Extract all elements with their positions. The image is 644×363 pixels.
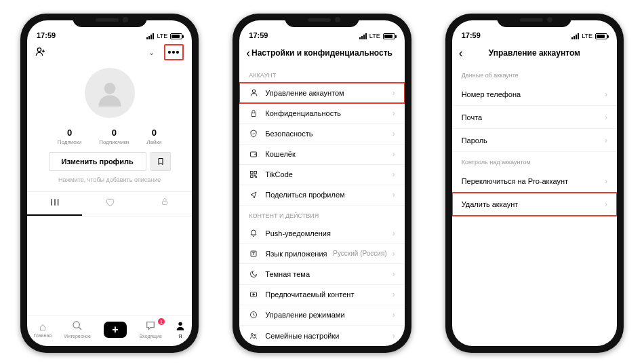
- signal-icon: [359, 33, 367, 39]
- settings-row[interactable]: Управление режимами ›: [239, 305, 404, 326]
- settings-row[interactable]: Предпочитаемый контент ›: [239, 285, 404, 305]
- bell-icon: [249, 229, 258, 237]
- page-title: Настройки и конфиденциальность: [251, 48, 393, 58]
- battery-icon: [595, 33, 607, 39]
- network-label: LTE: [369, 33, 380, 39]
- settings-row[interactable]: Семейные настройки ›: [239, 326, 404, 346]
- chevron-right-icon: ›: [393, 269, 395, 279]
- clock-icon: [249, 311, 258, 319]
- chevron-right-icon: ›: [393, 331, 395, 341]
- profile-tabs: [27, 191, 192, 216]
- settings-row[interactable]: TikCode ›: [239, 165, 404, 185]
- settings-row[interactable]: Переключиться на Pro-аккаунт ›: [452, 170, 617, 193]
- battery-icon: [383, 33, 395, 39]
- qr-icon: [249, 170, 258, 178]
- share-icon: [249, 191, 258, 199]
- settings-row[interactable]: Пароль ›: [452, 129, 617, 152]
- signal-icon: [146, 33, 154, 39]
- settings-row[interactable]: Почта ›: [452, 106, 617, 129]
- row-label: Переключиться на Pro-аккаунт: [462, 177, 599, 185]
- svg-rect-15: [251, 172, 254, 174]
- row-value: Русский (Россия): [333, 250, 386, 257]
- back-button[interactable]: ‹: [246, 46, 250, 60]
- svg-point-10: [178, 322, 182, 326]
- bio-hint[interactable]: Нажмите, чтобы добавить описание: [27, 176, 192, 183]
- section-label: Контроль над аккаунтом: [452, 152, 617, 170]
- chevron-right-icon: ›: [605, 113, 607, 122]
- settings-row[interactable]: Удалить аккаунт ›: [452, 193, 617, 216]
- tab-posts[interactable]: [27, 192, 82, 216]
- family-icon: [249, 332, 258, 340]
- settings-row[interactable]: Язык приложения Русский (Россия)›: [239, 244, 404, 264]
- svg-point-14: [255, 154, 256, 155]
- more-menu-button[interactable]: •••: [164, 44, 184, 60]
- row-label: Семейные настройки: [265, 332, 386, 340]
- svg-point-11: [252, 90, 255, 92]
- person-icon: [249, 88, 258, 97]
- settings-row[interactable]: Темная тема ›: [239, 264, 404, 284]
- tab-liked[interactable]: [82, 192, 137, 216]
- chevron-right-icon: ›: [605, 136, 607, 145]
- settings-row[interactable]: Управление аккаунтом ›: [239, 83, 404, 103]
- nav-create[interactable]: +: [104, 322, 127, 338]
- status-time: 17:59: [249, 31, 268, 39]
- nav-inbox[interactable]: 1 Входящие: [140, 320, 162, 339]
- settings-row[interactable]: Безопасность ›: [239, 123, 404, 144]
- inbox-icon: [145, 320, 156, 333]
- search-icon: [72, 320, 83, 333]
- chevron-right-icon: ›: [605, 176, 607, 186]
- device-notch: [497, 14, 571, 27]
- shield-icon: [249, 130, 258, 138]
- row-label: Безопасность: [265, 130, 386, 138]
- svg-point-0: [37, 47, 41, 51]
- stat-following[interactable]: 0 Подписки: [58, 128, 81, 145]
- network-label: LTE: [157, 33, 167, 39]
- svg-rect-16: [254, 172, 257, 174]
- chevron-right-icon: ›: [393, 129, 395, 138]
- svg-rect-19: [256, 176, 257, 178]
- svg-point-23: [251, 333, 254, 335]
- bookmarks-button[interactable]: [150, 152, 171, 171]
- row-label: Поделиться профилем: [265, 191, 386, 199]
- settings-row[interactable]: Номер телефона ›: [452, 83, 617, 106]
- tab-private[interactable]: [137, 192, 192, 216]
- add-user-icon[interactable]: [35, 46, 46, 59]
- settings-row[interactable]: Кошелёк ›: [239, 145, 404, 165]
- phone-manage-account: 17:59 LTE ‹ Управление аккаунтом Данные …: [445, 14, 624, 353]
- stat-likes[interactable]: 0 Лайки: [146, 128, 161, 145]
- inbox-badge: 1: [158, 318, 165, 325]
- settings-row[interactable]: Конфиденциальность ›: [239, 103, 404, 123]
- nav-discover[interactable]: Интересное: [64, 320, 91, 339]
- chevron-right-icon: ›: [393, 149, 395, 159]
- moon-icon: [249, 270, 258, 278]
- chevron-down-icon[interactable]: ⌄: [148, 48, 155, 57]
- nav-home[interactable]: ⌂ Главная: [33, 322, 52, 338]
- chevron-right-icon: ›: [393, 109, 395, 118]
- chevron-right-icon: ›: [605, 90, 607, 99]
- nav-me[interactable]: Я: [175, 320, 186, 339]
- edit-profile-button[interactable]: Изменить профиль: [49, 152, 146, 171]
- chevron-right-icon: ›: [393, 290, 395, 299]
- svg-line-9: [79, 327, 81, 330]
- settings-row[interactable]: Push-уведомления ›: [239, 223, 404, 244]
- row-label: Удалить аккаунт: [462, 200, 599, 208]
- profile-icon: [175, 320, 186, 333]
- section-label: КОНТЕНТ И ДЕЙСТВИЯ: [239, 206, 404, 223]
- phone-profile: 17:59 LTE ⌄ ••• 0 П: [20, 14, 199, 353]
- chevron-right-icon: ›: [393, 229, 395, 238]
- row-label: Почта: [462, 113, 599, 121]
- row-label: Push-уведомления: [265, 229, 386, 237]
- row-label: Пароль: [462, 136, 599, 145]
- svg-rect-7: [162, 202, 167, 205]
- play-icon: [249, 290, 258, 299]
- section-label: Данные об аккаунте: [452, 65, 617, 83]
- section-label: АККАУНТ: [239, 65, 404, 83]
- back-button[interactable]: ‹: [459, 46, 463, 60]
- stat-followers[interactable]: 0 Подписчики: [99, 128, 129, 145]
- settings-row[interactable]: Поделиться профилем ›: [239, 185, 404, 206]
- chevron-right-icon: ›: [393, 310, 395, 320]
- phone-settings: 17:59 LTE ‹ Настройки и конфиденциальнос…: [233, 14, 411, 353]
- row-label: Управление аккаунтом: [265, 89, 386, 97]
- avatar[interactable]: [85, 68, 135, 118]
- row-label: Номер телефона: [462, 90, 599, 98]
